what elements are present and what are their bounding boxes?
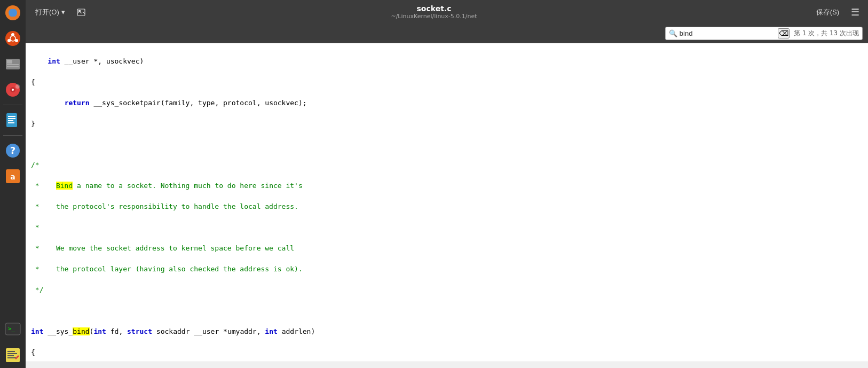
svg-text:?: ? — [10, 145, 15, 156]
svg-rect-16 — [8, 116, 15, 117]
code-content: int __user *, usockvec) { return __sys_s… — [26, 45, 868, 362]
code-line: return __sys_socketpair(family, type, pr… — [31, 98, 857, 108]
file-path: ~/LinuxKernel/linux-5.0.1/net — [391, 13, 477, 20]
svg-point-1 — [9, 9, 17, 17]
titlebar-left: 打开(O) ▾ — [31, 5, 89, 19]
search-icon: 🔍 — [669, 29, 677, 37]
titlebar-right: 保存(S) ☰ — [812, 4, 863, 20]
sidebar-item-ubuntu[interactable] — [0, 26, 26, 51]
code-line: * — [31, 222, 857, 233]
sidebar-item-libreoffice[interactable] — [0, 107, 26, 133]
code-line — [31, 139, 857, 150]
svg-rect-8 — [7, 60, 12, 64]
svg-text:a: a — [10, 173, 15, 181]
search-container: 🔍 ⌫ 第 1 次，共 13 次出现 — [665, 27, 863, 40]
sidebar-item-files[interactable] — [0, 51, 26, 77]
code-line: int __user *, usockvec) — [31, 56, 857, 67]
sidebar-item-amazon[interactable]: a — [0, 163, 26, 189]
code-line: * the protocol's responsibility to handl… — [31, 201, 857, 212]
file-title: socket.c — [391, 4, 477, 13]
searchbar: 🔍 ⌫ 第 1 次，共 13 次出现 — [26, 24, 868, 43]
svg-rect-28 — [7, 353, 17, 354]
open-label: 打开(O) — [35, 7, 59, 17]
code-line: /* — [31, 160, 857, 170]
sidebar-item-help[interactable]: ? — [0, 138, 26, 163]
open-button[interactable]: 打开(O) ▾ — [31, 5, 69, 19]
sidebar-bottom: >_ — [0, 317, 26, 368]
svg-rect-17 — [8, 118, 15, 119]
svg-point-13 — [12, 89, 14, 91]
sidebar-item-firefox[interactable] — [0, 0, 26, 26]
code-line: * Bind a name to a socket. Nothing much … — [31, 181, 857, 191]
sidebar: ? a >_ — [0, 0, 26, 368]
search-clear-button[interactable]: ⌫ — [778, 28, 790, 38]
menu-button[interactable]: ☰ — [848, 4, 863, 20]
image-button[interactable] — [74, 6, 89, 19]
titlebar: 打开(O) ▾ socket.c ~/LinuxKernel/linux-5.0… — [26, 0, 868, 24]
save-button[interactable]: 保存(S) — [812, 5, 843, 19]
code-line: int __sys_bind(int fd, struct sockaddr _… — [31, 326, 857, 337]
svg-rect-9 — [7, 64, 19, 65]
svg-rect-18 — [8, 120, 13, 121]
code-line: { — [31, 347, 857, 358]
svg-rect-30 — [7, 357, 16, 358]
code-line: */ — [31, 285, 857, 295]
code-line: } — [31, 119, 857, 129]
sidebar-item-music[interactable] — [0, 77, 26, 103]
svg-rect-27 — [7, 351, 15, 352]
svg-rect-10 — [7, 66, 19, 67]
sidebar-divider-2 — [3, 135, 22, 136]
sidebar-item-text-editor[interactable] — [0, 342, 26, 368]
svg-rect-19 — [8, 122, 14, 123]
search-count: 第 1 次，共 13 次出现 — [794, 29, 859, 38]
bottom-bar — [26, 362, 868, 368]
sidebar-item-terminal[interactable]: >_ — [0, 317, 26, 342]
main-content: 打开(O) ▾ socket.c ~/LinuxKernel/linux-5.0… — [26, 0, 868, 368]
svg-point-14 — [15, 84, 20, 89]
svg-text:>_: >_ — [8, 325, 15, 332]
code-line — [31, 306, 857, 316]
svg-rect-29 — [7, 355, 14, 356]
titlebar-center: socket.c ~/LinuxKernel/linux-5.0.1/net — [391, 4, 477, 20]
code-line: * We move the socket address to kernel s… — [31, 243, 857, 254]
code-area[interactable]: int __user *, usockvec) { return __sys_s… — [26, 43, 868, 362]
code-line: { — [31, 77, 857, 88]
search-input[interactable] — [680, 29, 776, 37]
code-line: * the protocol layer (having also checke… — [31, 264, 857, 275]
open-chevron-icon: ▾ — [61, 8, 65, 16]
sidebar-divider — [3, 105, 22, 105]
